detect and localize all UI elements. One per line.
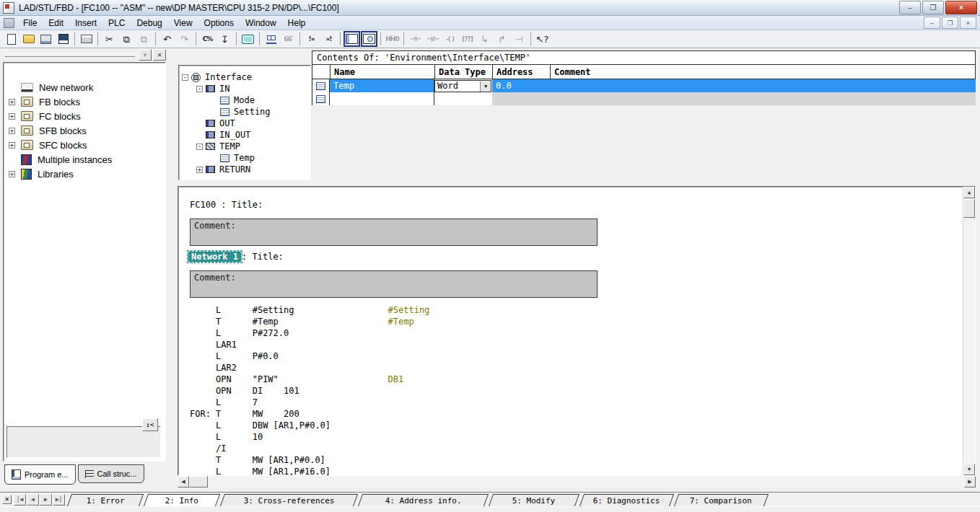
cut-button[interactable]: ✂ [101,31,118,47]
menu-plc[interactable]: PLC [102,17,131,30]
comment-cell[interactable] [550,92,976,105]
minimize-button[interactable]: – [899,1,921,14]
code-line[interactable]: FOR: T MW 200 [190,408,429,420]
previous-tab-button[interactable]: ◀ [27,494,39,506]
output-tab-6-diagnostics[interactable]: 6: Diagnostics [579,494,674,506]
vertical-scroll-thumb[interactable] [963,199,975,218]
scroll-up-icon[interactable]: ▲ [963,187,975,198]
code-line[interactable]: LAR1 [190,339,429,350]
download-station-button[interactable] [38,31,54,47]
interface-item-return[interactable]: +RETURN [179,164,310,175]
prev-error-button[interactable]: !« [303,31,320,47]
interface-item-mode[interactable]: +Mode [179,94,310,106]
interface-item-temp[interactable]: +Temp [179,152,310,164]
expander-icon[interactable]: - [196,86,203,92]
code-line[interactable]: L P#272.0 [190,327,429,339]
network-comment-box[interactable]: Comment: [190,270,598,298]
copy-button[interactable]: ⧉ [118,31,135,47]
code-line[interactable]: LAR2 [190,362,429,374]
horizontal-scroll-thumb[interactable] [189,476,208,487]
mdi-close-button[interactable]: × [960,17,976,29]
output-tab-5-modify[interactable]: 5: Modify [489,494,579,506]
mdi-minimize-button[interactable]: – [924,17,940,29]
output-tab-1-error[interactable]: 1: Error [67,494,144,506]
code-line[interactable]: L 10 [190,431,429,443]
column-address[interactable]: Address [493,65,551,79]
address-id-button[interactable]: C% [199,31,216,47]
expander-icon[interactable]: - [196,144,203,150]
interface-item-temp[interactable]: -TEMP [179,141,310,152]
name-cell[interactable] [330,92,434,105]
next-tab-button[interactable]: ▶ [40,494,52,506]
undo-button[interactable]: ↶ [159,31,175,47]
vertical-scrollbar[interactable]: ▲ ▼ [963,187,975,475]
table-row[interactable]: TempWord▼0.0 [312,79,976,92]
address-cell[interactable]: 0.0 [492,79,550,92]
menu-window[interactable]: Window [240,17,282,30]
column-data-type[interactable]: Data Type [435,65,493,79]
code-line[interactable]: L P#0.0 [190,350,429,362]
symbol-display-button[interactable] [240,31,256,47]
network-conn-button[interactable] [263,31,279,47]
data-type-cell[interactable] [434,92,492,105]
comment-cell[interactable] [550,79,976,92]
interface-item-out[interactable]: +OUT [179,118,310,129]
scroll-left-icon[interactable]: ◀ [178,476,189,487]
code-line[interactable]: OPN DI 101 [190,385,429,397]
name-cell[interactable]: Temp [330,79,434,92]
panel-grip[interactable] [5,53,135,57]
stl-code[interactable]: L #Setting#Setting T #Temp#Temp L P#272.… [190,304,429,476]
code-line[interactable]: /I [190,443,429,454]
menu-view[interactable]: View [168,17,198,30]
expander-icon[interactable]: + [9,113,15,120]
first-tab-button[interactable]: |◀ [14,494,26,506]
code-line[interactable]: T #Temp#Temp [190,316,429,327]
open-button[interactable] [20,31,37,47]
interface-item-in[interactable]: -IN [179,83,310,94]
new-button[interactable] [3,31,19,47]
expander-icon[interactable]: + [9,171,15,177]
code-editor[interactable]: FC100 : Title: Comment: Network 1: Title… [178,186,976,476]
output-tab-4-address-info[interactable]: 4: Address info. [358,494,489,506]
output-tab-7-comparison[interactable]: 7: Comparison [674,494,769,506]
overview-toggle-button[interactable] [344,31,360,47]
tree-item-multiple-instances[interactable]: +Multiple instances [5,152,164,167]
code-line[interactable]: L 7 [190,397,429,408]
horizontal-scroll-track[interactable] [208,476,964,487]
scroll-down-icon[interactable]: ▼ [963,464,975,475]
chevron-down-icon[interactable]: ▼ [480,81,491,92]
menu-insert[interactable]: Insert [69,17,102,30]
tree-item-sfc-blocks[interactable]: +SFC blocks [5,138,164,152]
help-button[interactable]: ↖? [534,31,551,47]
dock-arrow-button[interactable]: ↥< [142,418,158,431]
expander-icon[interactable]: + [9,99,15,105]
expander-icon[interactable]: + [9,142,15,149]
interface-item-interface[interactable]: -Interface [179,71,310,83]
code-line[interactable]: L #Setting#Setting [190,304,429,316]
menu-help[interactable]: Help [282,17,312,30]
horizontal-scrollbar[interactable]: ◀ ▶ [178,476,976,487]
code-line[interactable]: L MW [AR1,P#16.0] [190,466,429,476]
last-tab-button[interactable]: ▶| [53,494,65,506]
output-close-button[interactable]: ✕ [2,495,12,504]
code-line[interactable]: OPN "PIW"DB1 [190,374,429,385]
menu-edit[interactable]: Edit [43,17,69,30]
output-tab-2-info[interactable]: 2: Info [144,494,220,506]
expander-icon[interactable]: - [182,74,188,81]
interface-item-setting[interactable]: +Setting [179,106,310,118]
column-name[interactable]: Name [331,65,435,79]
data-type-cell[interactable]: Word▼ [434,79,492,92]
expander-icon[interactable]: + [196,167,203,173]
restore-button[interactable]: ❐ [922,1,944,14]
mdi-child-icon[interactable] [4,18,14,28]
print-button[interactable] [78,31,95,47]
menu-options[interactable]: Options [198,17,240,30]
tree-item-new-network[interactable]: +New network [5,80,164,94]
scroll-right-icon[interactable]: ▶ [964,476,976,487]
interface-item-in-out[interactable]: +IN_OUT [179,129,310,141]
menu-file[interactable]: File [17,17,43,30]
detail-toggle-button[interactable] [361,31,377,47]
tree-item-libraries[interactable]: +Libraries [5,167,164,181]
tab-program-e[interactable]: Program e... [4,464,76,485]
output-tab-3-cross-references[interactable]: 3: Cross-references [220,494,358,506]
